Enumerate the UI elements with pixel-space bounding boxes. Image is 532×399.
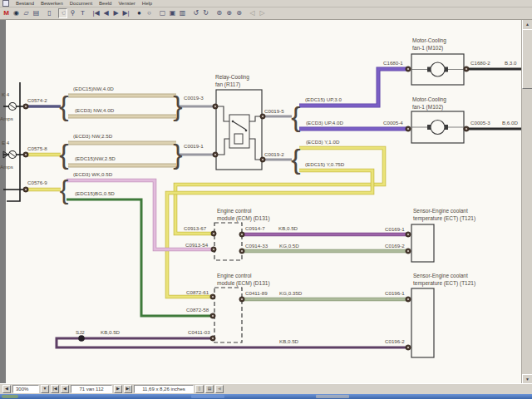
prev-view-icon[interactable]: ● (135, 8, 144, 18)
zoom-icon[interactable]: ⚲ (68, 8, 77, 18)
pdf-page[interactable] (6, 19, 522, 383)
toolbar-separator (88, 8, 91, 18)
last-page-button[interactable]: ▶| (124, 385, 132, 393)
print-icon[interactable]: ▤ (32, 8, 41, 18)
scroll-left-icon[interactable]: ◀ (215, 385, 224, 393)
menu-item-venster[interactable]: Venster (118, 1, 135, 6)
start-button[interactable] (2, 395, 18, 398)
toolbar-separator (42, 8, 44, 18)
acrobat-m-icon[interactable]: M (2, 8, 11, 18)
first-page-icon[interactable]: |◀ (91, 8, 101, 18)
find-again-icon[interactable]: ⊕ (224, 8, 234, 18)
zoom-level-box[interactable]: 300% (12, 385, 39, 393)
nav-pane-toggle-button[interactable]: ◀ (2, 385, 11, 393)
toolbar-separator (211, 8, 214, 18)
continuous-view-icon[interactable]: ▤ (205, 385, 214, 393)
single-page-view-icon[interactable]: ▯ (195, 385, 204, 393)
toolbar-separator (155, 8, 157, 18)
windows-taskbar[interactable] (0, 394, 532, 399)
prev-highlight-icon[interactable]: ◁ (248, 8, 257, 18)
taskbar-item[interactable] (191, 395, 224, 398)
taskbar-item[interactable] (316, 395, 349, 398)
next-page-button[interactable]: ▶ (114, 385, 122, 393)
find-icon[interactable]: ⊚ (214, 8, 224, 18)
first-page-button[interactable]: |◀ (51, 385, 59, 393)
prev-page-button[interactable]: ◀ (61, 385, 69, 393)
rotate-right-icon[interactable]: ↻ (201, 8, 210, 18)
toolbar-separator (55, 8, 57, 18)
fit-width-icon[interactable]: ▥ (178, 8, 187, 18)
app-window: { "menu": { "items": ["Bestand", "Bewerk… (0, 0, 532, 399)
hand-tool-icon[interactable]: ☜ (58, 8, 67, 18)
document-icon (2, 0, 9, 7)
toolbar-separator (131, 8, 134, 18)
next-view-icon[interactable]: ○ (145, 8, 154, 18)
next-page-icon[interactable]: ▶ (111, 8, 121, 18)
toolbar-separator (188, 8, 190, 18)
vertical-scrollbar[interactable]: ▲ ▼ (521, 19, 532, 383)
status-bar: ◀ 300% ▼ |◀ ◀ 71 van 112 ▶ ▶| 11,69 x 8,… (0, 383, 532, 394)
menu-item-help[interactable]: Help (142, 1, 152, 6)
scrollbar-thumb[interactable] (522, 29, 532, 89)
text-select-icon[interactable]: T (78, 8, 87, 18)
prev-page-icon[interactable]: ◀ (101, 8, 111, 18)
menu-bar: BestandBewerkenDocumentBeeldVensterHelp (0, 0, 532, 7)
last-page-icon[interactable]: ▶| (121, 8, 131, 18)
menu-item-beeld[interactable]: Beeld (99, 1, 111, 6)
toolbar: M◉▱▤▯☜⚲T|◀◀▶▶|●○▢▣▥↺↻⊚⊕⊛◁▷ (0, 7, 532, 20)
globe-icon[interactable]: ◉ (12, 8, 21, 18)
fit-page-icon[interactable]: ▣ (168, 8, 177, 18)
next-highlight-icon[interactable]: ▷ (258, 8, 267, 18)
menu-item-document[interactable]: Document (70, 1, 92, 6)
folder-open-icon[interactable]: ▱ (22, 8, 31, 18)
page-size-indicator: 11,69 x 8,26 inches (134, 385, 194, 393)
search-icon[interactable]: ⊛ (234, 8, 244, 18)
pages-panel-icon[interactable]: ▯ (45, 8, 54, 18)
actual-size-icon[interactable]: ▢ (158, 8, 167, 18)
menu-item-bestand[interactable]: Bestand (16, 1, 34, 6)
rotate-left-icon[interactable]: ↺ (191, 8, 200, 18)
page-indicator[interactable]: 71 van 112 (71, 385, 112, 393)
zoom-dropdown-button[interactable]: ▼ (41, 385, 49, 393)
menu-item-bewerken[interactable]: Bewerken (41, 1, 63, 6)
toolbar-separator (244, 8, 247, 18)
